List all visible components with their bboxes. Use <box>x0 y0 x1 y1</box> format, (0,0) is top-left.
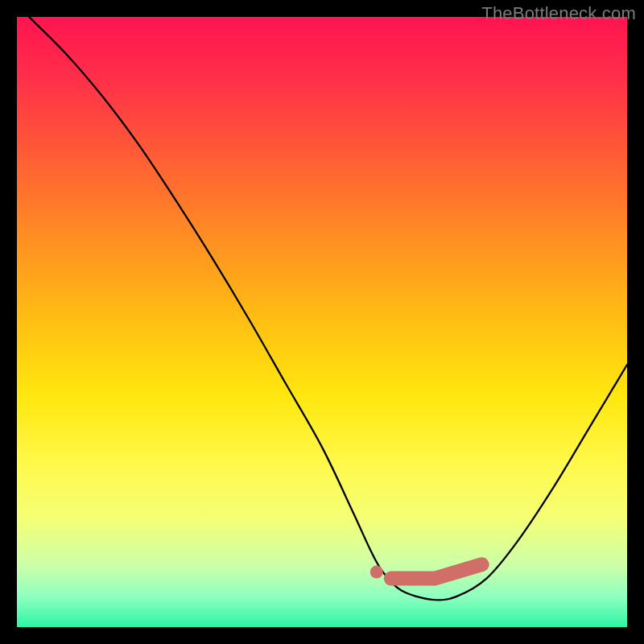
highlight-dot <box>370 566 383 579</box>
bottleneck-curve <box>29 17 627 600</box>
highlight-segment <box>391 564 482 578</box>
watermark-text: TheBottleneck.com <box>481 3 636 24</box>
chart-svg <box>17 17 627 627</box>
chart-container: TheBottleneck.com <box>0 0 644 644</box>
plot-area <box>17 17 627 627</box>
